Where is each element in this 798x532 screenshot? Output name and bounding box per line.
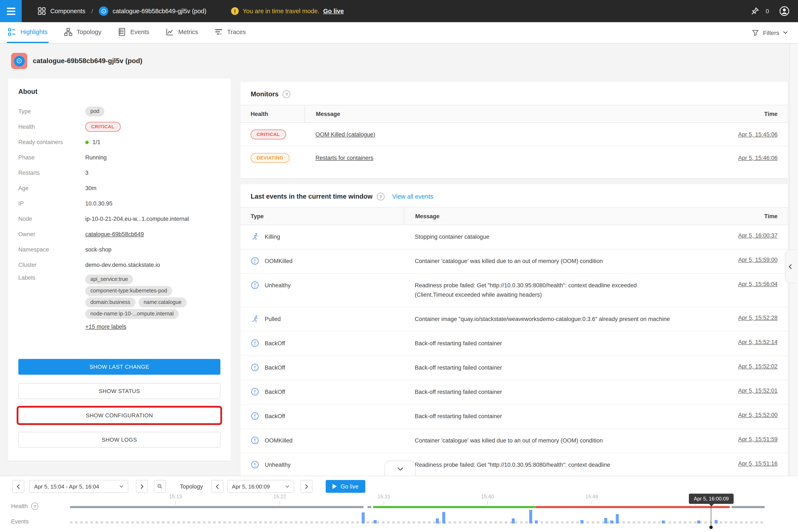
event-message: Back-off restarting failed container (415, 387, 670, 397)
col-health: Health (241, 111, 304, 117)
event-time-link[interactable]: Apr 5, 15:51:16 (738, 460, 778, 467)
pin-icon[interactable] (750, 6, 760, 16)
ready-dot-icon (85, 141, 89, 144)
event-message: Readiness probe failed: Get "http://10.0… (415, 281, 670, 300)
health-track-label: Health ? (11, 502, 38, 510)
event-time-link[interactable]: Apr 5, 15:52:01 (738, 387, 778, 394)
help-icon[interactable]: ? (377, 193, 384, 201)
current-time-marker[interactable] (711, 505, 711, 527)
tab-topology[interactable]: Topology (63, 22, 102, 43)
timeline-tick: 15:31 (378, 494, 390, 505)
chevron-down-icon (783, 31, 788, 34)
pod-badge-icon (99, 6, 108, 16)
monitor-time-link[interactable]: Apr 5, 15:45:06 (738, 131, 778, 137)
help-icon[interactable]: ? (283, 90, 290, 98)
tab-metrics[interactable]: Metrics (165, 22, 199, 43)
tab-label: Traces (227, 28, 246, 35)
tab-label: Highlights (20, 28, 48, 35)
pod-icon (14, 56, 24, 66)
about-row: Age30m (18, 183, 221, 194)
about-row: PhaseRunning (18, 152, 221, 163)
about-row: Clusterdemo-dev.demo.stackstate.io (18, 259, 221, 271)
about-row-label: Type (18, 108, 85, 115)
go-live-link[interactable]: Go live (323, 8, 344, 15)
monitor-time-link[interactable]: Apr 5, 15:46:06 (738, 154, 778, 161)
event-type: Pulled (265, 316, 281, 322)
help-icon[interactable]: ? (31, 502, 38, 510)
about-row: Typepod (18, 106, 221, 117)
timeline-plot[interactable]: 15:1315:2215:3115:4015:49Apr 5, 16:00:09 (70, 476, 765, 532)
show-status-button[interactable]: SHOW STATUS (18, 383, 221, 399)
time-travel-bar: Apr 5, 15:04 - Apr 5, 16:04 Topology Apr… (0, 476, 798, 532)
event-row: BackOffBack-off restarting failed contai… (241, 404, 788, 429)
range-prev-button[interactable] (12, 480, 24, 493)
current-time-tooltip: Apr 5, 16:00:09 (689, 494, 734, 504)
tab-traces[interactable]: Traces (213, 22, 247, 43)
event-time-link[interactable]: Apr 5, 15:52:28 (738, 315, 778, 321)
alert-circle-icon (251, 412, 259, 420)
health-segment-gray (732, 506, 765, 508)
owner-link[interactable]: catalogue-69b58cb649 (85, 231, 144, 238)
event-bar (715, 520, 718, 524)
topology-icon (64, 28, 72, 36)
view-all-events-link[interactable]: View all events (392, 193, 433, 200)
app-root: Components / catalogue-69b58cb649-gjl5v … (0, 0, 798, 532)
col-message: Message (404, 208, 707, 225)
event-message: Readiness probe failed: Get "http://10.0… (415, 460, 670, 470)
event-time-link[interactable]: Apr 5, 15:52:02 (738, 363, 778, 369)
event-row: OOMKilledContainer 'catalogue' was kille… (241, 429, 788, 453)
monitor-row: DEVIATINGRestarts for containersApr 5, 1… (241, 146, 788, 169)
top-bar: Components / catalogue-69b58cb649-gjl5v … (0, 0, 798, 22)
about-row: Ready containers1/1 (18, 136, 221, 148)
monitor-message-link[interactable]: Restarts for containers (316, 154, 374, 161)
breadcrumb-components-link[interactable]: Components (50, 8, 85, 15)
about-row-value[interactable]: catalogue-69b58cb649 (85, 231, 221, 238)
health-pill: CRITICAL (251, 129, 286, 139)
event-time-link[interactable]: Apr 5, 15:52:00 (738, 412, 778, 418)
time-travel-warning: ! You are in time travel mode. Go live (231, 7, 344, 15)
event-bar (581, 520, 584, 524)
about-row: HealthCRITICAL (18, 121, 221, 133)
monitor-row: CRITICALOOM Killed (catalogue)Apr 5, 15:… (241, 123, 788, 146)
monitors-heading: Monitors (251, 90, 279, 98)
event-time-link[interactable]: Apr 5, 15:51:59 (738, 436, 778, 442)
current-time-marker-dot[interactable] (709, 526, 713, 529)
health-segment-gray (70, 506, 364, 508)
label-chip: name:catalogue (138, 298, 187, 307)
event-time-link[interactable]: Apr 5, 16:00:37 (738, 232, 778, 239)
about-row-value: pod (85, 107, 221, 116)
breadcrumb-entity-link[interactable]: catalogue-69b58cb649-gjl5v (pod) (113, 8, 206, 15)
event-time-link[interactable]: Apr 5, 15:52:14 (738, 339, 778, 345)
col-type: Type (241, 213, 404, 219)
breadcrumb-separator: / (91, 8, 93, 15)
about-row-value: 1/1 (85, 139, 221, 145)
label-chip: domain:business (85, 298, 136, 307)
event-message: Back-off restarting failed container (415, 412, 670, 421)
event-time-link[interactable]: Apr 5, 15:59:00 (738, 256, 778, 263)
show-last-change-button[interactable]: SHOW LAST CHANGE (18, 359, 221, 375)
page-title-row: catalogue-69b58cb649-gjl5v (pod) (11, 53, 142, 69)
timeline-tick: 15:49 (585, 494, 598, 505)
tab-label: Events (130, 28, 149, 35)
monitor-message-link[interactable]: OOM Killed (catalogue) (316, 131, 375, 137)
event-bar (610, 520, 613, 524)
about-row-label: Restarts (18, 170, 85, 176)
event-time-link[interactable]: Apr 5, 15:56:04 (738, 281, 778, 287)
tab-highlights[interactable]: Highlights (7, 22, 49, 43)
tab-events[interactable]: Events (117, 22, 150, 43)
event-type: OOMKilled (265, 258, 293, 264)
alert-circle-icon (251, 339, 259, 347)
about-row-label: Health (18, 124, 85, 130)
event-bar (442, 512, 445, 524)
hamburger-menu-button[interactable] (0, 0, 22, 22)
user-avatar-icon[interactable] (779, 6, 790, 16)
expand-events-button[interactable] (384, 461, 416, 476)
events-icon (117, 28, 126, 36)
filters-button[interactable]: Filters (752, 22, 788, 43)
about-row-label: Ready containers (18, 139, 85, 145)
expand-right-panel-button[interactable] (785, 249, 795, 284)
show-configuration-button[interactable]: SHOW CONFIGURATION (18, 407, 221, 423)
show-logs-button[interactable]: SHOW LOGS (18, 432, 221, 448)
event-bar (616, 514, 619, 524)
more-labels-link[interactable]: +15 more labels (85, 324, 127, 330)
